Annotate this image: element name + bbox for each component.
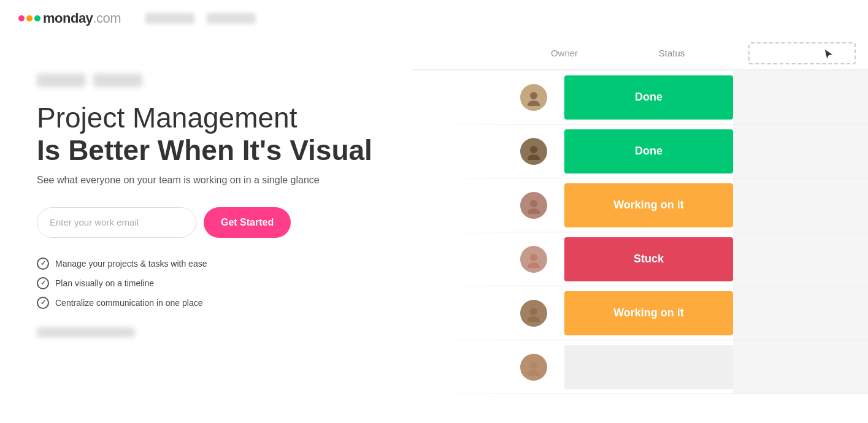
get-started-button[interactable]: Get Started xyxy=(204,207,291,238)
avatar xyxy=(520,300,547,327)
extra-cell xyxy=(733,70,868,124)
extra-cell xyxy=(733,286,868,340)
check-icon-3 xyxy=(37,297,49,309)
logo-dot-pink xyxy=(18,15,25,21)
logo-text: monday.com xyxy=(43,10,121,26)
check-icon-2 xyxy=(37,277,49,289)
avatar-cell xyxy=(503,84,564,111)
avatar xyxy=(520,84,547,111)
svg-point-6 xyxy=(530,254,537,261)
nav xyxy=(145,13,256,24)
cursor-icon xyxy=(823,48,834,64)
table-row: Working on it xyxy=(411,178,868,232)
svg-point-5 xyxy=(528,208,540,214)
status-cell: Done xyxy=(564,124,733,178)
extra-cell xyxy=(733,178,868,232)
hero-line1: Project Management xyxy=(37,102,297,134)
svg-point-2 xyxy=(530,146,537,153)
status-cell: Working on it xyxy=(564,178,733,232)
avatar-cell xyxy=(503,354,564,381)
avatar xyxy=(520,354,547,381)
tag-blur-1 xyxy=(37,74,86,87)
status-badge-done-2: Done xyxy=(564,129,733,173)
extra-cell xyxy=(733,232,868,286)
avatar xyxy=(520,192,547,219)
feature-label-2: Plan visually on a timeline xyxy=(55,278,154,288)
svg-point-7 xyxy=(528,262,540,268)
avatar-cell xyxy=(503,300,564,327)
bottom-blur-text xyxy=(37,327,135,337)
hero-title: Project Management Is Better When It's V… xyxy=(37,102,374,167)
status-badge-working-2: Working on it xyxy=(564,291,733,335)
feature-label-1: Manage your projects & tasks with ease xyxy=(55,259,207,269)
hero-section: Project Management Is Better When It's V… xyxy=(0,37,411,423)
table-row: Stuck xyxy=(411,232,868,286)
tag-blur-2 xyxy=(93,74,142,87)
nav-item-pricing[interactable] xyxy=(207,13,256,24)
svg-point-10 xyxy=(530,362,537,369)
check-icon-1 xyxy=(37,257,49,270)
table-row: Working on it xyxy=(411,286,868,340)
svg-point-1 xyxy=(528,101,540,106)
svg-point-4 xyxy=(530,200,537,207)
logo-suffix: .com xyxy=(93,10,121,26)
table-row xyxy=(411,340,868,394)
hero-line2: Is Better When It's Visual xyxy=(37,134,372,166)
email-input[interactable] xyxy=(37,207,196,238)
avatar xyxy=(520,138,547,165)
main-content: Project Management Is Better When It's V… xyxy=(0,37,868,423)
status-badge-working: Working on it xyxy=(564,183,733,227)
status-badge-done: Done xyxy=(564,75,733,120)
avatar xyxy=(520,246,547,273)
status-cell: Stuck xyxy=(564,232,733,286)
status-cell-empty xyxy=(564,340,733,394)
status-cell: Done xyxy=(564,70,733,124)
avatar-cell xyxy=(503,138,564,165)
extra-cell xyxy=(733,340,868,394)
svg-point-3 xyxy=(528,154,540,160)
header: monday.com xyxy=(0,0,868,37)
svg-point-9 xyxy=(528,316,540,322)
extra-cell xyxy=(733,124,868,178)
hero-subtitle: See what everyone on your team is workin… xyxy=(37,173,374,188)
svg-point-0 xyxy=(530,92,537,99)
avatar-cell xyxy=(503,246,564,273)
status-badge-empty xyxy=(564,345,733,389)
logo-dots xyxy=(18,15,40,21)
top-tags xyxy=(37,74,374,87)
logo[interactable]: monday.com xyxy=(18,10,121,26)
feature-item-1: Manage your projects & tasks with ease xyxy=(37,257,374,270)
status-badge-stuck: Stuck xyxy=(564,237,733,281)
feature-label-3: Centralize communication in one place xyxy=(55,298,202,308)
avatar-cell xyxy=(503,192,564,219)
table-panel: Owner Status xyxy=(411,37,868,423)
svg-point-8 xyxy=(530,308,537,315)
feature-item-3: Centralize communication in one place xyxy=(37,297,374,309)
th-extra-col xyxy=(748,42,856,64)
table-header: Owner Status xyxy=(411,37,868,70)
table-row: Done xyxy=(411,124,868,178)
cta-row: Get Started xyxy=(37,207,374,238)
nav-item-teams[interactable] xyxy=(145,13,194,24)
status-cell: Working on it xyxy=(564,286,733,340)
th-owner: Owner xyxy=(534,48,595,58)
logo-dot-green xyxy=(34,15,40,21)
feature-item-2: Plan visually on a timeline xyxy=(37,277,374,289)
table-body: Done Done xyxy=(411,70,868,394)
table-row: Done xyxy=(411,70,868,124)
features-list: Manage your projects & tasks with ease P… xyxy=(37,257,374,309)
svg-point-11 xyxy=(528,370,540,376)
logo-dot-orange xyxy=(26,15,33,21)
th-status: Status xyxy=(595,48,748,58)
